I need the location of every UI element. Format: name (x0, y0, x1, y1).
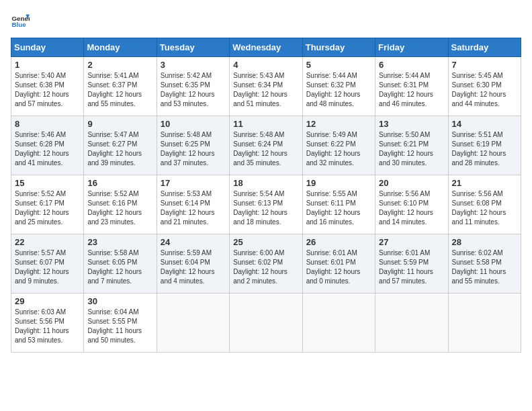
calendar-cell: 30Sunrise: 6:04 AMSunset: 5:55 PMDayligh… (84, 293, 157, 353)
calendar-cell: 4Sunrise: 5:43 AMSunset: 6:34 PMDaylight… (230, 57, 302, 116)
calendar-cell: 23Sunrise: 5:58 AMSunset: 6:05 PMDayligh… (84, 234, 157, 293)
day-info: Sunrise: 5:48 AMSunset: 6:24 PMDaylight:… (233, 131, 287, 167)
page-header: General Blue (11, 11, 521, 30)
calendar-cell: 2Sunrise: 5:41 AMSunset: 6:37 PMDaylight… (84, 57, 157, 116)
day-info: Sunrise: 5:59 AMSunset: 6:04 PMDaylight:… (161, 249, 215, 285)
calendar-week-row: 1Sunrise: 5:40 AMSunset: 6:38 PMDaylight… (11, 57, 521, 116)
day-number: 22 (15, 237, 80, 247)
weekday-header-monday: Monday (84, 38, 157, 57)
day-number: 21 (452, 178, 517, 188)
day-number: 19 (306, 178, 371, 188)
day-info: Sunrise: 5:48 AMSunset: 6:25 PMDaylight:… (161, 131, 215, 167)
day-number: 28 (452, 237, 517, 247)
day-info: Sunrise: 6:00 AMSunset: 6:02 PMDaylight:… (233, 249, 287, 285)
day-info: Sunrise: 6:01 AMSunset: 6:01 PMDaylight:… (306, 249, 361, 285)
day-number: 12 (306, 119, 371, 129)
calendar-cell: 24Sunrise: 5:59 AMSunset: 6:04 PMDayligh… (157, 234, 229, 293)
day-number: 14 (452, 119, 517, 129)
calendar-cell: 21Sunrise: 5:56 AMSunset: 6:08 PMDayligh… (448, 175, 521, 234)
day-info: Sunrise: 5:56 AMSunset: 6:08 PMDaylight:… (452, 190, 506, 226)
weekday-header-row: SundayMondayTuesdayWednesdayThursdayFrid… (11, 38, 521, 57)
day-info: Sunrise: 6:04 AMSunset: 5:55 PMDaylight:… (87, 308, 142, 344)
day-number: 6 (379, 60, 444, 70)
day-number: 7 (452, 60, 517, 70)
calendar-cell: 14Sunrise: 5:51 AMSunset: 6:19 PMDayligh… (448, 116, 521, 175)
day-info: Sunrise: 5:44 AMSunset: 6:31 PMDaylight:… (379, 72, 433, 107)
calendar-cell: 25Sunrise: 6:00 AMSunset: 6:02 PMDayligh… (230, 234, 302, 293)
day-number: 2 (87, 60, 152, 70)
weekday-header-thursday: Thursday (302, 38, 375, 57)
calendar-cell: 7Sunrise: 5:45 AMSunset: 6:30 PMDaylight… (448, 57, 521, 116)
day-number: 11 (233, 119, 298, 129)
day-number: 26 (306, 237, 371, 247)
day-number: 24 (161, 237, 226, 247)
calendar-cell: 29Sunrise: 6:03 AMSunset: 5:56 PMDayligh… (11, 293, 84, 353)
day-number: 25 (233, 237, 298, 247)
day-info: Sunrise: 5:40 AMSunset: 6:38 PMDaylight:… (15, 72, 69, 107)
day-number: 3 (161, 60, 226, 70)
day-number: 4 (233, 60, 298, 70)
calendar-cell: 12Sunrise: 5:49 AMSunset: 6:22 PMDayligh… (302, 116, 375, 175)
weekday-header-wednesday: Wednesday (230, 38, 302, 57)
day-info: Sunrise: 6:02 AMSunset: 5:58 PMDaylight:… (452, 249, 506, 285)
day-number: 13 (379, 119, 444, 129)
day-number: 27 (379, 237, 444, 247)
calendar-cell: 6Sunrise: 5:44 AMSunset: 6:31 PMDaylight… (375, 57, 448, 116)
calendar-cell (230, 293, 302, 353)
day-info: Sunrise: 5:43 AMSunset: 6:34 PMDaylight:… (233, 72, 287, 107)
day-info: Sunrise: 5:56 AMSunset: 6:10 PMDaylight:… (379, 190, 433, 226)
day-number: 17 (161, 178, 226, 188)
calendar-cell: 9Sunrise: 5:47 AMSunset: 6:27 PMDaylight… (84, 116, 157, 175)
day-number: 18 (233, 178, 298, 188)
calendar-cell (302, 293, 375, 353)
weekday-header-sunday: Sunday (11, 38, 84, 57)
calendar-cell: 18Sunrise: 5:54 AMSunset: 6:13 PMDayligh… (230, 175, 302, 234)
day-info: Sunrise: 5:52 AMSunset: 6:16 PMDaylight:… (87, 190, 142, 226)
day-info: Sunrise: 5:47 AMSunset: 6:27 PMDaylight:… (87, 131, 142, 167)
calendar-cell: 8Sunrise: 5:46 AMSunset: 6:28 PMDaylight… (11, 116, 84, 175)
day-info: Sunrise: 5:52 AMSunset: 6:17 PMDaylight:… (15, 190, 69, 226)
calendar-cell: 28Sunrise: 6:02 AMSunset: 5:58 PMDayligh… (448, 234, 521, 293)
logo-icon: General Blue (11, 11, 30, 30)
day-info: Sunrise: 5:57 AMSunset: 6:07 PMDaylight:… (15, 249, 69, 285)
day-number: 23 (87, 237, 152, 247)
calendar-cell: 10Sunrise: 5:48 AMSunset: 6:25 PMDayligh… (157, 116, 229, 175)
day-number: 20 (379, 178, 444, 188)
calendar-week-row: 15Sunrise: 5:52 AMSunset: 6:17 PMDayligh… (11, 175, 521, 234)
calendar-cell: 15Sunrise: 5:52 AMSunset: 6:17 PMDayligh… (11, 175, 84, 234)
day-info: Sunrise: 6:01 AMSunset: 5:59 PMDaylight:… (379, 249, 433, 285)
svg-text:Blue: Blue (11, 21, 26, 28)
day-number: 16 (87, 178, 152, 188)
calendar-cell: 22Sunrise: 5:57 AMSunset: 6:07 PMDayligh… (11, 234, 84, 293)
calendar-cell (157, 293, 229, 353)
weekday-header-saturday: Saturday (448, 38, 521, 57)
day-info: Sunrise: 5:53 AMSunset: 6:14 PMDaylight:… (161, 190, 215, 226)
day-info: Sunrise: 5:46 AMSunset: 6:28 PMDaylight:… (15, 131, 69, 167)
day-number: 1 (15, 60, 80, 70)
day-info: Sunrise: 5:45 AMSunset: 6:30 PMDaylight:… (452, 72, 506, 107)
day-info: Sunrise: 5:51 AMSunset: 6:19 PMDaylight:… (452, 131, 506, 167)
calendar-cell: 13Sunrise: 5:50 AMSunset: 6:21 PMDayligh… (375, 116, 448, 175)
day-info: Sunrise: 5:41 AMSunset: 6:37 PMDaylight:… (87, 72, 142, 107)
calendar-cell: 5Sunrise: 5:44 AMSunset: 6:32 PMDaylight… (302, 57, 375, 116)
day-number: 10 (161, 119, 226, 129)
day-info: Sunrise: 5:58 AMSunset: 6:05 PMDaylight:… (87, 249, 142, 285)
day-number: 5 (306, 60, 371, 70)
calendar-week-row: 22Sunrise: 5:57 AMSunset: 6:07 PMDayligh… (11, 234, 521, 293)
calendar-cell: 17Sunrise: 5:53 AMSunset: 6:14 PMDayligh… (157, 175, 229, 234)
calendar-cell (375, 293, 448, 353)
weekday-header-tuesday: Tuesday (157, 38, 229, 57)
day-info: Sunrise: 5:55 AMSunset: 6:11 PMDaylight:… (306, 190, 361, 226)
calendar-cell (448, 293, 521, 353)
logo: General Blue (11, 11, 30, 30)
day-number: 8 (15, 119, 80, 129)
calendar-cell: 3Sunrise: 5:42 AMSunset: 6:35 PMDaylight… (157, 57, 229, 116)
weekday-header-friday: Friday (375, 38, 448, 57)
calendar-cell: 26Sunrise: 6:01 AMSunset: 6:01 PMDayligh… (302, 234, 375, 293)
calendar-cell: 20Sunrise: 5:56 AMSunset: 6:10 PMDayligh… (375, 175, 448, 234)
day-info: Sunrise: 5:42 AMSunset: 6:35 PMDaylight:… (161, 72, 215, 107)
day-info: Sunrise: 5:54 AMSunset: 6:13 PMDaylight:… (233, 190, 287, 226)
calendar-cell: 27Sunrise: 6:01 AMSunset: 5:59 PMDayligh… (375, 234, 448, 293)
calendar-week-row: 8Sunrise: 5:46 AMSunset: 6:28 PMDaylight… (11, 116, 521, 175)
calendar-table: SundayMondayTuesdayWednesdayThursdayFrid… (11, 38, 521, 353)
